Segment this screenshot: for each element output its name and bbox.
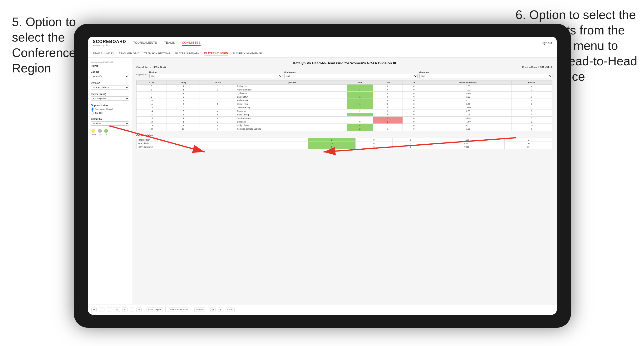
cell-reg: 6	[167, 99, 200, 102]
overall-record-label: Overall Record:	[136, 66, 153, 69]
tablet-screen: SCOREBOARD Powered by clippd TOURNAMENTS…	[88, 37, 557, 315]
cell-div: 19	[136, 124, 167, 127]
cell-rounds: 11	[511, 124, 552, 127]
toolbar-cut[interactable]: ✂	[122, 308, 128, 312]
sidebar-player-rank-select[interactable]: 8. Katelyn Vo	[91, 96, 129, 101]
division-record: Division Record: 331 - 34 - 6	[522, 66, 552, 69]
cell-reg: 11	[167, 127, 200, 131]
toolbar-circle[interactable]: ⊙	[136, 308, 142, 312]
cell-rounds: 3	[511, 88, 552, 92]
cell-tie: 0	[403, 92, 425, 95]
sidebar-division-select[interactable]: NCAA Division III	[91, 85, 129, 90]
toolbar-view-original[interactable]: View: Original	[146, 308, 163, 312]
legend: Down Level Up	[91, 129, 129, 135]
toolbar-dot[interactable]: ·	[130, 308, 134, 312]
cell-conf: 3	[200, 99, 236, 102]
out-div-loss: 0	[356, 138, 392, 142]
cell-win: 1	[347, 92, 373, 95]
cell-name: Federica Domecq Lacroze	[236, 127, 347, 131]
cell-diff: -1.00	[425, 92, 512, 95]
filter-region-select[interactable]: (All)	[150, 74, 282, 78]
cell-conf: 1	[200, 85, 236, 88]
toolbar-forward[interactable]: →	[107, 308, 112, 312]
filter-opponent-section: Opponent (All)	[420, 71, 552, 78]
cell-conf: 2	[200, 120, 236, 124]
toolbar-sep1	[144, 307, 144, 312]
cell-loss: 1	[373, 127, 402, 131]
cell-diff: -3.00	[425, 106, 512, 110]
cell-rounds: 2	[511, 106, 552, 110]
cell-reg: 3	[167, 117, 200, 120]
sidebar-colour-by-label: Colour by	[91, 118, 129, 120]
sidebar-opponent-view-section: Opponent view Opponents Played Top 100	[91, 104, 129, 115]
page-title: Katelyn Vo Head-to-Head Grid for Women's…	[136, 61, 552, 65]
division-record-value: 331 - 34 - 6	[540, 66, 552, 69]
subnav-player-summary[interactable]: PLAYER SUMMARY	[175, 51, 200, 56]
subnav-player-h2h-grid[interactable]: PLAYER H2H GRID	[204, 51, 228, 56]
subnav-player-h2h-heatmap[interactable]: PLAYER H2H HEATMAP	[233, 51, 262, 56]
logo-area: SCOREBOARD Powered by clippd	[93, 39, 126, 46]
toolbar-icon1[interactable]: ⊡	[210, 308, 216, 312]
content-area: Katelyn Vo Head-to-Head Grid for Women's…	[132, 58, 557, 304]
cell-conf: 2	[200, 88, 236, 92]
cell-loss: 0	[373, 113, 402, 117]
toolbar-back[interactable]: ←	[99, 308, 104, 312]
nav-tournaments[interactable]: TOURNAMENTS	[133, 40, 157, 46]
filter-opponent-select[interactable]: (All)	[420, 74, 552, 78]
sidebar: Last Updated: 27/03/2024 Player Gender W…	[88, 58, 132, 304]
table-row: 13 1 1 Jessica Huang 2 0 0 -3.00 2	[136, 106, 552, 110]
subnav-team-h2h-grid[interactable]: TEAM H2H GRID	[119, 51, 140, 56]
toolbar-undo[interactable]: ↩	[91, 308, 96, 312]
col-diff: Diff Av Strokes/Rnd	[425, 81, 512, 85]
sidebar-colour-by-select[interactable]: Win/loss	[91, 121, 129, 126]
nav-committee[interactable]: COMMITTEE	[182, 40, 200, 46]
cell-loss: 0	[373, 85, 402, 88]
top-nav: SCOREBOARD Powered by clippd TOURNAMENTS…	[88, 37, 557, 49]
cell-name: Esther Lee	[236, 85, 347, 88]
cell-win: 1	[347, 95, 373, 99]
cell-div: 20	[136, 127, 167, 131]
out-div-tie: 0	[392, 138, 429, 142]
sign-out-button[interactable]: Sign out	[542, 41, 552, 45]
sidebar-gender-select[interactable]: Women's	[91, 74, 129, 78]
division-record-label: Division Record:	[522, 66, 540, 69]
cell-div: 16	[136, 117, 167, 120]
toolbar-grid[interactable]: ⊞	[115, 308, 120, 312]
cell-diff: -0.94	[425, 117, 512, 120]
filter-conference-select[interactable]: (All)	[284, 74, 417, 78]
sidebar-division-section: Division NCAA Division III	[91, 82, 129, 90]
nav-teams[interactable]: TEAMS	[164, 40, 175, 46]
filter-conference-section: Conference (All)	[284, 71, 417, 78]
tablet-shell: SCOREBOARD Powered by clippd TOURNAMENTS…	[74, 24, 571, 328]
toolbar-icon2[interactable]: ⊞	[218, 308, 223, 312]
cell-loss: 0	[373, 95, 402, 99]
radio-top100[interactable]: Top 100	[91, 111, 129, 115]
cell-tie: 0	[403, 88, 425, 92]
filter-region-section: Region (All)	[150, 71, 282, 78]
toolbar-watch[interactable]: Watch ▾	[194, 308, 206, 312]
main-content: Last Updated: 27/03/2024 Player Gender W…	[88, 58, 557, 304]
cell-loss: 1	[373, 124, 402, 127]
cell-win: 2	[347, 127, 373, 131]
toolbar-save-custom[interactable]: Save Custom View	[168, 308, 189, 312]
cell-name: Sharon Mun	[236, 95, 347, 99]
toolbar-share[interactable]: Share	[226, 308, 234, 312]
sidebar-player-section: Player	[91, 65, 129, 67]
cell-tie: 0	[403, 120, 425, 124]
out-div-loss: 0	[356, 142, 392, 145]
cell-rounds: 6	[511, 127, 552, 131]
table-row: 20 11 7 Federica Domecq Lacroze 2 1 0 1.…	[136, 127, 552, 131]
filter-conference-label: Conference	[284, 71, 417, 73]
cell-div: 15	[136, 113, 167, 117]
subnav-team-h2h-heatmap[interactable]: TEAM H2H HEATMAP	[144, 51, 170, 56]
radio-opponents-played[interactable]: Opponents Played	[91, 108, 129, 111]
cell-rounds: 3	[511, 92, 552, 95]
cell-diff: 1.50	[425, 85, 512, 88]
cell-div: 10	[136, 99, 167, 102]
out-div-tie: 0	[392, 142, 429, 145]
cell-loss: 0	[373, 92, 402, 95]
subnav-team-summary[interactable]: TEAM SUMMARY	[93, 51, 114, 56]
cell-diff: 0.38	[425, 110, 512, 113]
cell-div: 14	[136, 110, 167, 113]
bottom-toolbar: ↩ ← → ⊞ ✂ · ⊙ View: Original Save Custom…	[88, 304, 557, 315]
